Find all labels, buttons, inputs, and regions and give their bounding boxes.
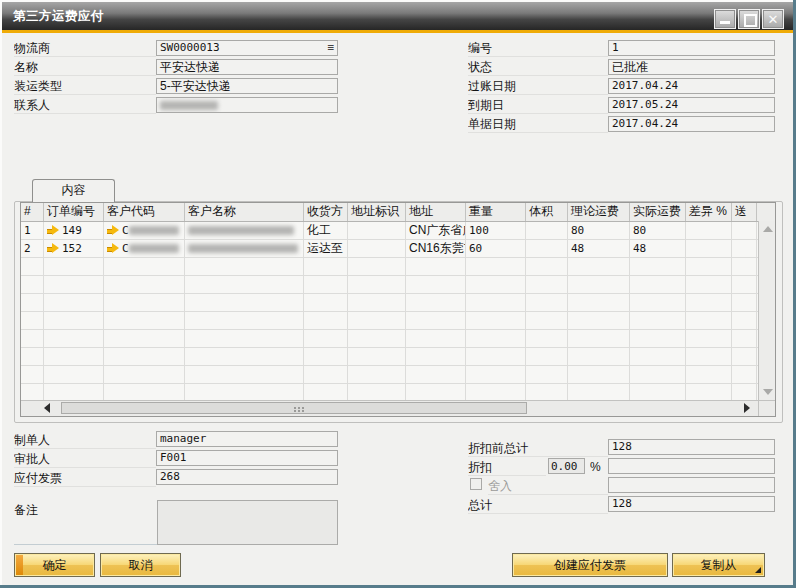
table-cell[interactable] [185,240,304,257]
close-button[interactable]: ✕ [762,9,784,29]
table-cell[interactable] [526,294,568,311]
name-field[interactable]: 平安达快递 [156,59,338,75]
table-row[interactable]: 2152C运达至CN16东莞市604848 [21,240,775,258]
payable-invoice-field[interactable]: 268 [156,469,338,485]
maximize-button[interactable] [738,9,760,29]
table-cell[interactable] [406,276,466,293]
table-cell[interactable] [732,258,757,275]
table-cell[interactable] [406,348,466,365]
table-cell[interactable] [732,330,757,347]
table-cell[interactable] [526,312,568,329]
posting-date-field[interactable]: 2017.04.24 [608,78,775,94]
contact-person-field[interactable] [156,97,338,113]
table-cell[interactable] [630,330,686,347]
horizontal-scrollbar[interactable] [21,400,775,416]
table-cell[interactable] [348,348,406,365]
table-cell[interactable] [526,276,568,293]
table-row-empty[interactable] [21,294,775,312]
shipping-type-field[interactable]: 5-平安达快递 [156,78,338,94]
column-header-6[interactable]: 地址 [406,203,466,221]
table-cell[interactable] [304,366,348,383]
table-cell[interactable] [185,222,304,239]
table-cell[interactable] [348,276,406,293]
table-cell[interactable]: 运达至 [304,240,348,257]
table-cell[interactable] [185,348,304,365]
table-row-empty[interactable] [21,330,775,348]
table-cell[interactable] [44,348,104,365]
table-cell[interactable] [44,366,104,383]
table-cell[interactable] [104,276,185,293]
table-cell[interactable] [686,384,732,400]
approved-by-field[interactable]: F001 [156,450,338,466]
table-cell[interactable] [568,348,630,365]
table-cell[interactable] [44,294,104,311]
column-header-9[interactable]: 理论运费 [568,203,630,221]
table-cell[interactable] [185,294,304,311]
table-cell[interactable] [21,384,44,400]
table-cell[interactable] [686,330,732,347]
table-cell[interactable] [348,258,406,275]
table-cell[interactable] [21,348,44,365]
table-cell[interactable]: 60 [466,240,526,257]
table-cell[interactable]: CN广东省广 [406,222,466,239]
table-cell[interactable] [44,384,104,400]
table-cell[interactable] [406,384,466,400]
create-payable-invoice-button[interactable]: 创建应付发票 [512,553,668,577]
table-cell[interactable] [630,348,686,365]
table-cell[interactable] [526,258,568,275]
table-cell[interactable] [732,384,757,400]
column-header-0[interactable]: # [21,203,44,221]
table-cell[interactable] [406,258,466,275]
table-cell[interactable] [568,294,630,311]
table-cell[interactable]: CN16东莞市 [406,240,466,257]
table-cell[interactable] [406,330,466,347]
table-cell[interactable]: C [104,222,185,239]
column-header-12[interactable]: 送 [732,203,757,221]
logistics-provider-field[interactable]: SW0000013 ≡ [156,40,338,56]
table-cell[interactable] [526,384,568,400]
table-cell[interactable]: 化工 [304,222,348,239]
column-header-1[interactable]: 订单编号 [44,203,104,221]
column-header-11[interactable]: 差异 % [686,203,732,221]
vertical-scrollbar[interactable] [758,221,775,400]
table-cell[interactable]: 2 [21,240,44,257]
table-cell[interactable] [406,366,466,383]
table-cell[interactable] [526,330,568,347]
table-cell[interactable] [348,294,406,311]
table-row-empty[interactable] [21,312,775,330]
table-cell[interactable] [348,384,406,400]
table-row-empty[interactable] [21,348,775,366]
table-cell[interactable] [568,312,630,329]
column-header-3[interactable]: 客户名称 [185,203,304,221]
table-cell[interactable]: 149 [44,222,104,239]
column-header-4[interactable]: 收货方 [304,203,348,221]
table-cell[interactable] [568,258,630,275]
table-cell[interactable] [185,366,304,383]
table-cell[interactable] [526,348,568,365]
table-cell[interactable] [44,312,104,329]
table-cell[interactable] [348,366,406,383]
table-cell[interactable] [185,276,304,293]
copy-from-button[interactable]: 复制从 [672,553,765,577]
table-cell[interactable] [104,258,185,275]
scroll-down-button[interactable] [760,384,775,399]
table-cell[interactable]: 100 [466,222,526,239]
table-cell[interactable]: 48 [568,240,630,257]
table-cell[interactable] [466,384,526,400]
table-cell[interactable] [630,294,686,311]
tab-contents[interactable]: 内容 [32,179,115,202]
table-cell[interactable] [686,294,732,311]
link-arrow-icon[interactable] [107,244,119,253]
link-arrow-icon[interactable] [47,244,59,253]
table-cell[interactable] [466,366,526,383]
table-row-empty[interactable] [21,258,775,276]
table-cell[interactable] [304,294,348,311]
table-cell[interactable] [104,366,185,383]
table-cell[interactable] [568,276,630,293]
table-row-empty[interactable] [21,384,775,400]
horizontal-scroll-thumb[interactable] [61,402,527,414]
table-cell[interactable] [732,294,757,311]
table-row[interactable]: 1149C化工CN广东省广1008080 [21,222,775,240]
table-cell[interactable] [44,330,104,347]
table-cell[interactable] [348,222,406,239]
